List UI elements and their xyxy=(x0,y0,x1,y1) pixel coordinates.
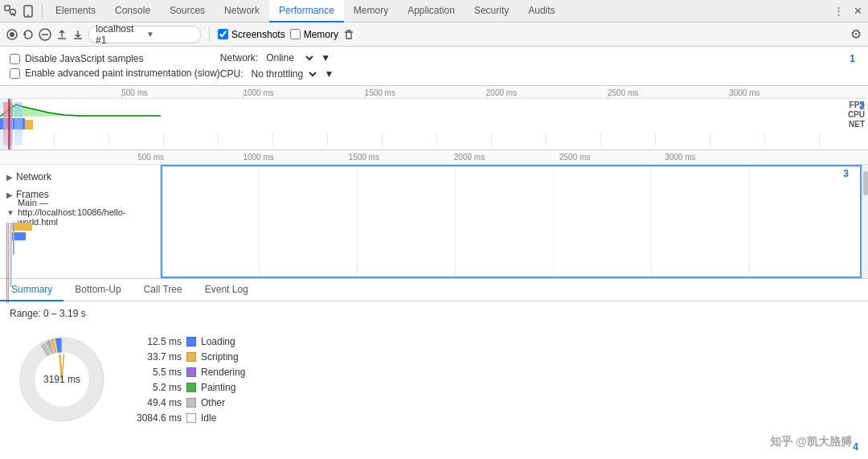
disable-js-samples-text: Disable JavaScript samples xyxy=(25,53,143,64)
legend-idle-swatch xyxy=(186,413,196,423)
main-track-label[interactable]: ▼ Main — http://localhost:10086/hello-wo… xyxy=(0,203,160,221)
main-tick-500: 500 ms xyxy=(137,153,164,162)
tab-memory[interactable]: Memory xyxy=(344,0,398,23)
screenshots-label: Screenshots xyxy=(231,29,285,40)
main-ruler: 500 ms 1000 ms 1500 ms 2000 ms 2500 ms 3… xyxy=(0,150,868,165)
tab-bar-left-icons xyxy=(3,4,43,18)
screenshots-checkbox-label[interactable]: Screenshots xyxy=(218,29,285,40)
main-timeline-panel: 500 ms 1000 ms 1500 ms 2000 ms 2500 ms 3… xyxy=(0,150,868,279)
inspect-icon[interactable] xyxy=(3,4,18,18)
timeline-right-area[interactable]: 3 xyxy=(161,165,862,278)
network-arrow: ▶ xyxy=(6,173,13,182)
settings-row: Disable JavaScript samples Enable advanc… xyxy=(10,51,858,80)
tab-console[interactable]: Console xyxy=(105,0,160,23)
main-tick-2000: 2000 ms xyxy=(454,153,485,162)
tab-sources[interactable]: Sources xyxy=(160,0,215,23)
network-track-label[interactable]: ▶ Network xyxy=(0,168,160,186)
tab-bottom-up[interactable]: Bottom-Up xyxy=(63,279,132,301)
main-tick-2500: 2500 ms xyxy=(559,153,590,162)
cpu-label: CPU: xyxy=(220,68,244,80)
tab-performance[interactable]: Performance xyxy=(269,0,344,23)
memory-checkbox-label[interactable]: Memory xyxy=(290,29,338,40)
disable-js-samples-checkbox[interactable] xyxy=(10,54,20,64)
legend-loading-swatch xyxy=(186,337,196,346)
settings-right: Network: Online Fast 3G Slow 3G Offline … xyxy=(220,51,334,80)
upload-icon[interactable] xyxy=(56,29,68,40)
summary-content: Range: 0 – 3.19 s xyxy=(0,301,868,459)
legend-rendering-label: Rendering xyxy=(201,367,245,378)
timeline-overview[interactable]: 500 ms 1000 ms 1500 ms 2000 ms 2500 ms 3… xyxy=(0,86,868,150)
tab-audits[interactable]: Audits xyxy=(518,0,564,23)
more-vert-icon[interactable]: ⋮ xyxy=(831,4,845,18)
close-icon[interactable]: ✕ xyxy=(850,4,865,18)
network-select[interactable]: Online Fast 3G Slow 3G Offline xyxy=(263,51,316,64)
svg-rect-0 xyxy=(5,6,10,10)
tab-application[interactable]: Application xyxy=(398,0,465,23)
tab-event-log[interactable]: Event Log xyxy=(194,279,260,301)
tab-elements[interactable]: Elements xyxy=(46,0,105,23)
legend-scripting-label: Scripting xyxy=(201,351,239,363)
legend-other-label: Other xyxy=(201,397,225,408)
url-box[interactable]: localhost #1 ▼ xyxy=(88,26,201,43)
legend-loading: 12.5 ms Loading xyxy=(133,336,245,347)
section-2-label: 2 xyxy=(859,100,865,112)
legend-painting-ms: 5.2 ms xyxy=(133,382,182,393)
tab-security[interactable]: Security xyxy=(465,0,518,23)
timeline-scrollbar[interactable] xyxy=(862,165,868,278)
tab-bar-end: ⋮ ✕ xyxy=(831,4,865,18)
tab-network[interactable]: Network xyxy=(215,0,269,23)
legend-other: 49.4 ms Other xyxy=(133,397,245,408)
advanced-paint-label[interactable]: Enable advanced paint instrumentation (s… xyxy=(10,68,220,79)
reload-record-button[interactable] xyxy=(23,29,34,40)
legend-rendering-ms: 5.5 ms xyxy=(133,367,182,378)
download-icon[interactable] xyxy=(72,29,84,40)
legend-painting-swatch xyxy=(186,383,196,392)
legend-scripting: 33.7 ms Scripting xyxy=(133,351,245,363)
legend-idle-label: Idle xyxy=(201,412,216,424)
toolbar-separator-1 xyxy=(209,27,210,42)
disable-js-samples-label[interactable]: Disable JavaScript samples xyxy=(10,53,220,64)
section-3-label: 3 xyxy=(843,168,849,179)
settings-gear-button[interactable]: ⚙ xyxy=(850,27,862,42)
legend-idle-ms: 3084.6 ms xyxy=(133,412,182,424)
tab-call-tree[interactable]: Call Tree xyxy=(133,279,194,301)
screenshots-checkbox[interactable] xyxy=(218,29,228,39)
tick-3000ms: 3000 ms xyxy=(729,86,760,99)
record-button[interactable] xyxy=(6,29,18,40)
trash-button[interactable] xyxy=(343,29,354,40)
network-dropdown[interactable]: Network: Online Fast 3G Slow 3G Offline … xyxy=(220,51,330,64)
network-track-text: Network xyxy=(16,171,51,182)
watermark: 知乎 @凯大胳膊 xyxy=(770,435,852,449)
legend-scripting-ms: 33.7 ms xyxy=(133,351,182,363)
timeline-labels-col: ▶ Network ▶ Frames ▼ Main — http://local… xyxy=(0,165,161,278)
frames-arrow: ▶ xyxy=(6,191,13,199)
range-label: Range: 0 – 3.19 s xyxy=(10,308,858,319)
legend-painting: 5.2 ms Painting xyxy=(133,382,245,393)
memory-label: Memory xyxy=(304,29,338,40)
url-dropdown-arrow[interactable]: ▼ xyxy=(146,30,194,39)
summary-body: 3191 ms 12.5 ms Loading 33.7 ms Scriptin… xyxy=(10,327,858,432)
legend-rendering-swatch xyxy=(186,367,196,377)
legend-rendering: 5.5 ms Rendering xyxy=(133,367,245,378)
svg-point-3 xyxy=(27,14,29,16)
legend-loading-ms: 12.5 ms xyxy=(133,336,182,347)
url-text: localhost #1 xyxy=(96,23,143,46)
cpu-select[interactable]: No throttling 4x slowdown 6x slowdown xyxy=(248,68,319,80)
memory-checkbox[interactable] xyxy=(290,29,301,39)
tick-1500ms: 1500 ms xyxy=(365,86,395,99)
main-tick-1500: 1500 ms xyxy=(349,153,379,162)
section-4-label: 4 xyxy=(853,441,858,453)
bottom-tab-bar: Summary Bottom-Up Call Tree Event Log xyxy=(0,279,868,301)
main-arrow: ▼ xyxy=(6,208,14,217)
scrollbar-thumb[interactable] xyxy=(863,171,868,195)
tick-2500ms: 2500 ms xyxy=(608,86,638,99)
overview-tracks: FPS CPU NET 2 xyxy=(0,99,868,150)
toolbar: localhost #1 ▼ Screenshots Memory ⚙ xyxy=(0,23,868,47)
clear-button[interactable] xyxy=(39,28,51,41)
cpu-dropdown[interactable]: CPU: No throttling 4x slowdown 6x slowdo… xyxy=(220,68,334,80)
main-tick-3000: 3000 ms xyxy=(665,153,695,162)
legend-loading-label: Loading xyxy=(201,336,235,347)
net-label: NET xyxy=(849,120,865,129)
advanced-paint-checkbox[interactable] xyxy=(10,68,20,79)
mobile-icon[interactable] xyxy=(21,4,35,18)
